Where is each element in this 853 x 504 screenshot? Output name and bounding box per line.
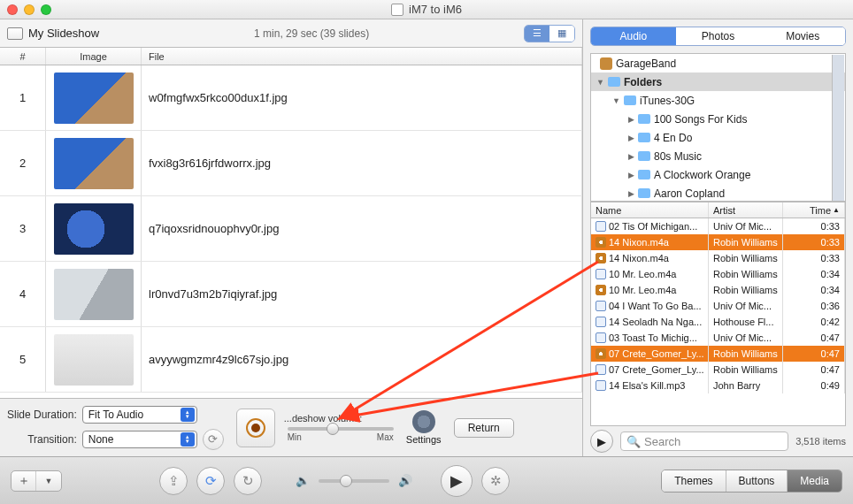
folder-icon xyxy=(638,114,650,124)
preview-button[interactable] xyxy=(236,409,275,447)
disclosure-icon[interactable]: ▼ xyxy=(612,96,620,105)
tree-item[interactable]: ▶4 En Do xyxy=(591,128,845,147)
song-icon xyxy=(596,317,606,327)
play-button[interactable]: ▶ xyxy=(590,430,613,453)
song-row[interactable]: 04 I Want To Go Ba... Univ Of Mic... 0:3… xyxy=(591,298,845,314)
folder-icon xyxy=(638,170,650,179)
volume-high-icon: 🔊 xyxy=(398,474,412,487)
disclosure-icon[interactable]: ▶ xyxy=(628,171,634,179)
settings-gear-icon[interactable] xyxy=(412,410,435,433)
return-button[interactable]: Return xyxy=(454,418,514,438)
song-row[interactable]: 07 Crete_Gomer_Ly... Robin Williams 0:47 xyxy=(591,362,845,378)
song-icon xyxy=(596,348,606,359)
col-file[interactable]: File xyxy=(142,48,582,65)
search-input[interactable]: 🔍Search xyxy=(620,431,788,451)
window-title: iM7 to iM6 xyxy=(409,3,462,16)
song-row[interactable]: 03 Toast To Michig... Univ Of Mic... 0:4… xyxy=(591,330,845,346)
song-row[interactable]: 14 Seoladh Na Nga... Hothouse Fl... 0:42 xyxy=(591,314,845,330)
volume-slider[interactable] xyxy=(288,427,394,431)
list-view-icon[interactable]: ☰ xyxy=(525,26,549,42)
transition-select[interactable]: None▲▼ xyxy=(82,431,197,448)
duration-select[interactable]: Fit To Audio▲▼ xyxy=(82,406,197,424)
song-row[interactable]: 14 Nixon.m4a Robin Williams 0:33 xyxy=(591,250,845,266)
col-image[interactable]: Image xyxy=(46,48,142,65)
col-number[interactable]: # xyxy=(0,48,46,65)
song-icon xyxy=(596,221,606,232)
song-table[interactable]: Name Artist Time▲ 02 Tis Of Michigan... … xyxy=(590,202,846,426)
view-switch[interactable]: ☰ ▦ xyxy=(524,25,575,42)
burn-button[interactable]: ✲ xyxy=(481,467,510,495)
transition-label: Transition: xyxy=(7,433,77,446)
song-row[interactable]: 07 Crete_Gomer_Ly... Robin Williams 0:47 xyxy=(591,346,845,362)
share-button[interactable]: ⇪ xyxy=(159,467,188,495)
table-row[interactable]: 5 avyywgmzmr4z9lc67sjo.jpg xyxy=(0,327,582,393)
slideshow-name: My Slideshow xyxy=(28,27,99,40)
play-slideshow[interactable]: ▶ xyxy=(441,465,473,497)
slideshow-info: 1 min, 29 sec (39 slides) xyxy=(254,27,369,40)
garageband-icon xyxy=(600,57,612,70)
tree-item[interactable]: ▶Aaron Copland xyxy=(591,184,845,202)
tree-item[interactable]: ▶100 Songs For Kids xyxy=(591,110,845,128)
duration-label: Slide Duration: xyxy=(7,409,77,421)
song-row[interactable]: 10 Mr. Leo.m4a Robin Williams 0:34 xyxy=(591,282,845,298)
col-time[interactable]: Time▲ xyxy=(783,202,845,218)
document-icon xyxy=(391,4,403,16)
titlebar: iM7 to iM6 xyxy=(0,0,853,19)
folder-icon xyxy=(638,188,650,198)
table-row[interactable]: 4 lr0nvd7u3m2b7iqiyraf.jpg xyxy=(0,262,582,327)
file-name: w0fmgfwx5rkco00dux1f.jpg xyxy=(142,65,582,130)
media-button[interactable]: Media xyxy=(788,470,841,492)
col-artist[interactable]: Artist xyxy=(709,202,783,218)
disclosure-icon[interactable]: ▼ xyxy=(596,78,604,87)
themes-button[interactable]: Themes xyxy=(662,470,726,492)
rotate-button[interactable]: ⟳ xyxy=(203,429,224,450)
slide-thumb[interactable] xyxy=(54,269,134,320)
tree-item[interactable]: GarageBand xyxy=(591,54,845,73)
song-icon xyxy=(596,380,606,391)
tree-item[interactable]: ▶80s Music xyxy=(591,147,845,165)
table-row[interactable]: 2 fvxi8g3r616jrfdworrx.jpg xyxy=(0,131,582,196)
add-button[interactable]: ＋▼ xyxy=(11,470,62,492)
song-icon xyxy=(596,237,606,248)
file-name: avyywgmzmr4z9lc67sjo.jpg xyxy=(142,327,582,392)
bottom-toolbar: ＋▼ ⇪ ⟳ ↻ 🔈 🔊 ▶ ✲ Themes Buttons Media xyxy=(0,456,853,504)
tab-movies[interactable]: Movies xyxy=(760,27,845,45)
song-row[interactable]: 02 Tis Of Michigan... Univ Of Mic... 0:3… xyxy=(591,218,845,234)
song-icon xyxy=(596,301,606,311)
search-icon: 🔍 xyxy=(626,435,641,448)
loop-button[interactable]: ⟳ xyxy=(196,467,225,495)
master-volume[interactable] xyxy=(340,475,352,487)
tree-item[interactable]: ▶A Clockwork Orange xyxy=(591,165,845,184)
disclosure-icon[interactable]: ▶ xyxy=(628,189,634,198)
tree-item[interactable]: ▼iTunes-30G xyxy=(591,91,845,110)
col-name[interactable]: Name xyxy=(591,202,709,218)
slideshow-icon[interactable] xyxy=(7,27,23,40)
song-row[interactable]: 10 Mr. Leo.m4a Robin Williams 0:34 xyxy=(591,266,845,282)
slide-thumb[interactable] xyxy=(54,73,134,124)
song-icon xyxy=(596,364,606,375)
settings-label: Settings xyxy=(406,434,442,445)
folder-icon xyxy=(608,77,620,87)
disclosure-icon[interactable]: ▶ xyxy=(628,134,634,142)
disclosure-icon[interactable]: ▶ xyxy=(628,152,634,161)
table-row[interactable]: 3 q7iqoxsridnouophvy0r.jpg xyxy=(0,196,582,262)
source-tree[interactable]: GarageBand▼Folders▼iTunes-30G▶100 Songs … xyxy=(590,53,846,202)
table-row[interactable]: 1 w0fmgfwx5rkco00dux1f.jpg xyxy=(0,65,582,131)
tree-item[interactable]: ▼Folders xyxy=(591,73,845,91)
scrollbar[interactable] xyxy=(832,55,844,202)
tab-photos[interactable]: Photos xyxy=(676,27,761,45)
eye-icon xyxy=(246,418,265,438)
slide-thumb[interactable] xyxy=(54,334,134,386)
slide-thumb[interactable] xyxy=(54,203,134,255)
grid-view-icon[interactable]: ▦ xyxy=(549,26,574,42)
disclosure-icon[interactable]: ▶ xyxy=(628,115,634,124)
tab-audio[interactable]: Audio xyxy=(591,27,676,45)
sync-button[interactable]: ↻ xyxy=(234,467,262,495)
song-icon xyxy=(596,253,606,263)
file-name: lr0nvd7u3m2b7iqiyraf.jpg xyxy=(142,262,582,326)
item-count: 3,518 items xyxy=(795,436,846,447)
slide-thumb[interactable] xyxy=(54,138,134,189)
song-row[interactable]: 14 Nixon.m4a Robin Williams 0:33 xyxy=(591,234,845,250)
song-row[interactable]: 14 Elsa's Kill.mp3 John Barry 0:49 xyxy=(591,378,845,393)
buttons-button[interactable]: Buttons xyxy=(726,470,788,492)
